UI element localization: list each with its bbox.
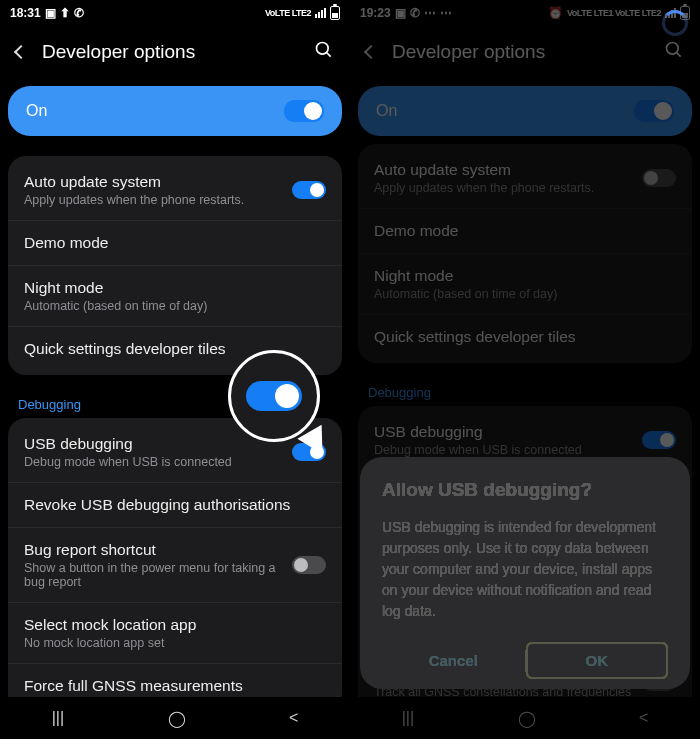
status-bar: 19:23 ▣ ✆ ⋯ ⋯ ⏰ VoLTE LTE1 VoLTE LTE2 bbox=[350, 0, 700, 26]
row-label: Select mock location app bbox=[24, 616, 318, 634]
svg-line-1 bbox=[327, 53, 331, 57]
nav-recents-icon[interactable]: ||| bbox=[52, 709, 64, 727]
row-night-mode[interactable]: Night mode Automatic (based on time of d… bbox=[8, 266, 342, 327]
search-icon[interactable] bbox=[664, 40, 684, 64]
cancel-button[interactable]: Cancel bbox=[382, 642, 525, 679]
ok-button[interactable]: OK bbox=[526, 642, 669, 679]
row-sub: Apply updates when the phone restarts. bbox=[374, 181, 634, 195]
row-label: Auto update system bbox=[374, 161, 634, 179]
battery-icon bbox=[330, 6, 340, 20]
master-toggle-label: On bbox=[376, 102, 397, 120]
usb-debugging-dialog: Allow USB debugging? USB debugging is in… bbox=[360, 457, 690, 689]
row-sub: Automatic (based on time of day) bbox=[24, 299, 318, 313]
search-icon[interactable] bbox=[314, 40, 334, 64]
section-heading-debugging: Debugging bbox=[350, 363, 700, 406]
nav-recents-icon[interactable]: ||| bbox=[402, 709, 414, 727]
gallery-icon: ▣ bbox=[45, 6, 56, 20]
row-mock-location[interactable]: Select mock location app No mock locatio… bbox=[8, 603, 342, 664]
row-label: Demo mode bbox=[24, 234, 318, 252]
network-label: VoLTE LTE1 VoLTE LTE2 bbox=[567, 8, 661, 18]
magnifier-callout bbox=[228, 350, 320, 442]
dialog-body: USB debugging is intended for developmen… bbox=[382, 517, 668, 622]
row-label: Bug report shortcut bbox=[24, 541, 284, 559]
row-sub: Debug mode when USB is connected bbox=[374, 443, 634, 457]
nav-back-icon[interactable]: < bbox=[639, 709, 648, 727]
master-toggle-row[interactable]: On bbox=[8, 86, 342, 136]
page-title: Developer options bbox=[42, 41, 298, 63]
screenshot-right: 19:23 ▣ ✆ ⋯ ⋯ ⏰ VoLTE LTE1 VoLTE LTE2 De… bbox=[350, 0, 700, 739]
nav-bar: ||| ◯ < bbox=[350, 697, 700, 739]
whatsapp-icon: ✆ bbox=[74, 6, 84, 20]
toggle-bug-report[interactable] bbox=[292, 556, 326, 574]
row-label: Night mode bbox=[374, 267, 668, 285]
nav-home-icon[interactable]: ◯ bbox=[518, 709, 536, 728]
master-toggle[interactable] bbox=[634, 100, 674, 122]
row-bug-report-shortcut[interactable]: Bug report shortcut Show a button in the… bbox=[8, 528, 342, 603]
nav-home-icon[interactable]: ◯ bbox=[168, 709, 186, 728]
status-bar: 18:31 ▣ ⬆ ✆ VoLTE LTE2 bbox=[0, 0, 350, 26]
master-toggle[interactable] bbox=[284, 100, 324, 122]
upload-icon: ⬆ bbox=[60, 6, 70, 20]
status-time: 19:23 bbox=[360, 6, 391, 20]
svg-line-3 bbox=[677, 53, 681, 57]
header: Developer options bbox=[350, 26, 700, 82]
toggle-usb-debugging[interactable] bbox=[642, 431, 676, 449]
row-label: Force full GNSS measurements bbox=[24, 677, 318, 695]
nav-back-icon[interactable]: < bbox=[289, 709, 298, 727]
row-sub: Debug mode when USB is connected bbox=[24, 455, 284, 469]
row-label: USB debugging bbox=[374, 423, 634, 441]
row-night-mode[interactable]: Night mode Automatic (based on time of d… bbox=[358, 254, 692, 315]
loading-spinner-icon bbox=[662, 10, 688, 36]
whatsapp-icon: ✆ bbox=[410, 6, 420, 20]
row-label: Quick settings developer tiles bbox=[374, 328, 668, 346]
toggle-auto-update[interactable] bbox=[642, 169, 676, 187]
callout-toggle bbox=[246, 381, 302, 411]
row-label: USB debugging bbox=[24, 435, 284, 453]
dialog-title: Allow USB debugging? bbox=[382, 479, 668, 501]
network-label: VoLTE LTE2 bbox=[265, 8, 311, 18]
mms-icon: ⋯ bbox=[424, 6, 436, 20]
alarm-icon: ⏰ bbox=[548, 6, 563, 20]
gallery-icon: ▣ bbox=[395, 6, 406, 20]
back-icon[interactable] bbox=[14, 45, 28, 59]
row-revoke-usb[interactable]: Revoke USB debugging authorisations bbox=[8, 483, 342, 528]
row-sub: Show a button in the power menu for taki… bbox=[24, 561, 284, 589]
master-toggle-label: On bbox=[26, 102, 47, 120]
row-auto-update[interactable]: Auto update system Apply updates when th… bbox=[8, 160, 342, 221]
row-label: Demo mode bbox=[374, 222, 668, 240]
row-sub: Automatic (based on time of day) bbox=[374, 287, 668, 301]
header: Developer options bbox=[0, 26, 350, 82]
row-label: Auto update system bbox=[24, 173, 284, 191]
row-quick-settings-tiles[interactable]: Quick settings developer tiles bbox=[358, 315, 692, 359]
svg-point-0 bbox=[317, 43, 329, 55]
toggle-auto-update[interactable] bbox=[292, 181, 326, 199]
row-demo-mode[interactable]: Demo mode bbox=[358, 209, 692, 254]
screenshot-left: 18:31 ▣ ⬆ ✆ VoLTE LTE2 Developer options… bbox=[0, 0, 350, 739]
dialog-actions: Cancel OK bbox=[382, 642, 668, 679]
master-toggle-row[interactable]: On bbox=[358, 86, 692, 136]
more-icon: ⋯ bbox=[440, 6, 452, 20]
row-auto-update[interactable]: Auto update system Apply updates when th… bbox=[358, 148, 692, 209]
nav-bar: ||| ◯ < bbox=[0, 697, 350, 739]
page-title: Developer options bbox=[392, 41, 648, 63]
row-label: Revoke USB debugging authorisations bbox=[24, 496, 318, 514]
row-sub: No mock location app set bbox=[24, 636, 318, 650]
row-sub: Apply updates when the phone restarts. bbox=[24, 193, 284, 207]
row-label: Night mode bbox=[24, 279, 318, 297]
svg-point-2 bbox=[667, 43, 679, 55]
settings-section-1: Auto update system Apply updates when th… bbox=[8, 156, 342, 375]
signal-icon bbox=[315, 8, 326, 18]
settings-section-1: Auto update system Apply updates when th… bbox=[358, 144, 692, 363]
settings-section-2: USB debugging Debug mode when USB is con… bbox=[8, 418, 342, 712]
row-demo-mode[interactable]: Demo mode bbox=[8, 221, 342, 266]
status-time: 18:31 bbox=[10, 6, 41, 20]
back-icon[interactable] bbox=[364, 45, 378, 59]
